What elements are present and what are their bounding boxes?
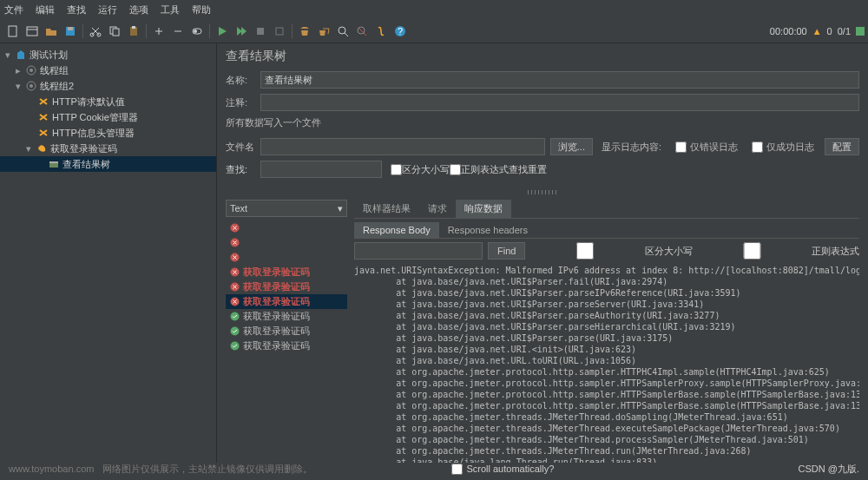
search-icon[interactable] bbox=[335, 23, 351, 39]
tree-node-thread-group[interactable]: 线程组 bbox=[40, 64, 69, 77]
search-input[interactable] bbox=[260, 161, 382, 178]
progress-indicator bbox=[856, 27, 865, 36]
menu-find[interactable]: 查找 bbox=[67, 3, 86, 16]
tab-response-headers[interactable]: Response headers bbox=[439, 222, 536, 238]
case-sensitive-checkbox[interactable] bbox=[391, 164, 402, 175]
result-item[interactable]: 获取登录验证码 bbox=[226, 279, 347, 294]
display-mode-combo[interactable]: Text ▾ bbox=[226, 200, 347, 217]
find-input[interactable] bbox=[354, 242, 483, 260]
menu-bar: 文件 编辑 查找 运行 选项 工具 帮助 bbox=[0, 0, 868, 19]
tree-twisty[interactable]: ▾ bbox=[14, 81, 23, 92]
tree-twisty[interactable]: ▾ bbox=[24, 143, 33, 155]
filename-label: 文件名 bbox=[226, 141, 260, 154]
result-item[interactable]: 获取登录验证码 bbox=[226, 309, 347, 324]
configure-button[interactable]: 配置 bbox=[825, 138, 859, 155]
comment-input[interactable] bbox=[260, 94, 859, 111]
errors-only-checkbox[interactable] bbox=[675, 141, 687, 153]
tree-node-test-plan[interactable]: 测试计划 bbox=[30, 49, 68, 62]
name-input[interactable] bbox=[260, 71, 859, 89]
menu-file[interactable]: 文件 bbox=[4, 3, 23, 16]
menu-help[interactable]: 帮助 bbox=[192, 3, 211, 16]
split-handle[interactable] bbox=[528, 190, 558, 194]
filename-input[interactable] bbox=[260, 138, 545, 155]
tree-node-http-defaults[interactable]: HTTP请求默认值 bbox=[52, 95, 125, 108]
paste-icon[interactable] bbox=[126, 23, 141, 39]
find-regex-checkbox[interactable] bbox=[698, 242, 806, 260]
templates-icon[interactable] bbox=[24, 23, 40, 39]
response-body-text[interactable]: java.net.URISyntaxException: Malformed I… bbox=[354, 265, 859, 463]
svg-line-18 bbox=[358, 28, 366, 36]
config-element-icon bbox=[37, 95, 49, 108]
tree-twisty[interactable]: ▸ bbox=[14, 65, 23, 76]
save-icon[interactable] bbox=[62, 23, 78, 39]
menu-run[interactable]: 运行 bbox=[98, 3, 117, 16]
tab-response-body[interactable]: Response Body bbox=[354, 222, 439, 238]
result-item[interactable] bbox=[226, 235, 347, 250]
config-element-icon bbox=[37, 111, 49, 123]
result-item[interactable] bbox=[226, 250, 347, 265]
clear-all-icon[interactable] bbox=[316, 23, 332, 39]
result-label: 获取登录验证码 bbox=[243, 280, 310, 293]
toggle-icon[interactable] bbox=[189, 23, 205, 39]
help-icon[interactable]: ? bbox=[392, 23, 408, 39]
reset-search-icon[interactable] bbox=[354, 23, 370, 39]
result-item[interactable]: 获取登录验证码 bbox=[226, 265, 347, 279]
error-icon bbox=[229, 253, 240, 263]
result-item[interactable]: 获取登录验证码 bbox=[226, 324, 347, 339]
collapse-icon[interactable] bbox=[170, 23, 186, 39]
menu-tools[interactable]: 工具 bbox=[161, 3, 180, 16]
function-helper-icon[interactable] bbox=[373, 23, 389, 39]
browse-button[interactable]: 浏览... bbox=[550, 138, 593, 155]
tree-node-header-manager[interactable]: HTTP信息头管理器 bbox=[52, 127, 135, 140]
scroll-auto-checkbox[interactable] bbox=[451, 464, 463, 475]
result-item[interactable]: 获取登录验证码 bbox=[226, 294, 347, 309]
content-panel: 查看结果树 名称: 注释: 所有数据写入一个文件 文件名 浏览... 显示日志内… bbox=[217, 43, 868, 463]
result-item[interactable]: 获取登录验证码 bbox=[226, 339, 347, 353]
tree-node-thread-group2[interactable]: 线程组2 bbox=[40, 80, 74, 93]
start-no-pause-icon[interactable] bbox=[233, 23, 249, 39]
clear-icon[interactable] bbox=[297, 23, 312, 39]
open-icon[interactable] bbox=[43, 23, 59, 39]
tab-sampler-result[interactable]: 取样器结果 bbox=[354, 200, 419, 218]
test-plan-icon bbox=[15, 49, 27, 61]
find-case-checkbox[interactable] bbox=[530, 242, 639, 260]
new-icon[interactable] bbox=[5, 23, 21, 39]
tree-node-results-tree[interactable]: 查看结果树 bbox=[62, 158, 110, 171]
csdn-watermark: CSDN @九版. bbox=[799, 463, 859, 476]
find-button[interactable]: Find bbox=[488, 242, 525, 260]
success-icon bbox=[229, 312, 240, 322]
tab-response-data[interactable]: 响应数据 bbox=[456, 200, 511, 218]
watermark-text: 网络图片仅供展示，主站禁止镜像仅供调用删除。 bbox=[102, 463, 312, 476]
cut-icon[interactable] bbox=[88, 23, 103, 39]
success-only-checkbox[interactable] bbox=[752, 141, 763, 153]
success-only-label: 仅成功日志 bbox=[766, 141, 814, 154]
result-label: 获取登录验证码 bbox=[243, 339, 310, 352]
regex-checkbox[interactable] bbox=[450, 164, 461, 175]
config-element-icon bbox=[37, 127, 49, 139]
copy-icon[interactable] bbox=[107, 23, 122, 39]
svg-rect-4 bbox=[68, 27, 73, 30]
svg-line-16 bbox=[345, 33, 348, 36]
expand-icon[interactable] bbox=[151, 23, 167, 39]
warning-count: 0 bbox=[827, 26, 832, 36]
results-list[interactable]: 获取登录验证码获取登录验证码获取登录验证码获取登录验证码获取登录验证码获取登录验… bbox=[226, 220, 347, 463]
menu-edit[interactable]: 编辑 bbox=[36, 3, 55, 16]
result-item[interactable] bbox=[226, 220, 347, 235]
result-label: 获取登录验证码 bbox=[243, 295, 310, 308]
test-plan-tree[interactable]: ▾ 测试计划 ▸ 线程组 ▾ 线程组2 HTTP请求默认值 HTTP Cooki… bbox=[0, 43, 217, 463]
thread-progress: 0/1 bbox=[838, 26, 851, 36]
stop-icon[interactable] bbox=[253, 23, 268, 39]
display-mode-value: Text bbox=[230, 203, 247, 214]
shutdown-icon[interactable] bbox=[272, 23, 287, 39]
start-icon[interactable] bbox=[214, 23, 230, 39]
svg-point-22 bbox=[30, 69, 33, 72]
file-section-label: 所有数据写入一个文件 bbox=[226, 116, 321, 129]
tree-node-cookie-manager[interactable]: HTTP Cookie管理器 bbox=[52, 111, 138, 124]
footer: www.toymoban.com 网络图片仅供展示，主站禁止镜像仅供调用删除。 … bbox=[0, 461, 868, 477]
tree-twisty[interactable]: ▾ bbox=[3, 49, 12, 61]
search-button[interactable]: 查找 bbox=[509, 163, 528, 176]
menu-options[interactable]: 选项 bbox=[129, 3, 148, 16]
tree-node-sampler[interactable]: 获取登录验证码 bbox=[50, 142, 117, 155]
tab-request[interactable]: 请求 bbox=[419, 200, 456, 218]
reset-button[interactable]: 重置 bbox=[528, 163, 547, 176]
